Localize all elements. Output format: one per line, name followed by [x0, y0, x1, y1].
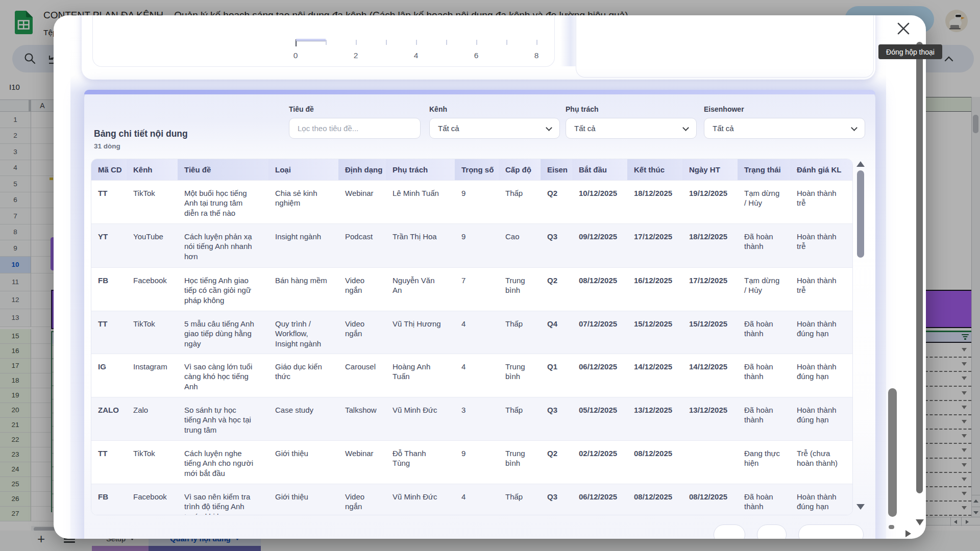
close-icon[interactable] — [897, 22, 910, 35]
table-cell: Q2 — [541, 267, 572, 311]
table-cell: Hoàn thành trễ — [790, 180, 852, 223]
column-header[interactable]: Cấp độ — [499, 159, 541, 180]
column-header[interactable]: Bắt đầu — [572, 159, 627, 180]
table-cell: Giới thiệu — [268, 440, 338, 484]
column-header[interactable]: Định dạng — [338, 159, 386, 180]
table-cell: Webinar — [338, 180, 386, 223]
table-cell: Trung bình — [499, 354, 541, 397]
table-row[interactable]: TTTikTokMột buổi học tiếng Anh tại trung… — [91, 180, 852, 223]
dialog: 02468 Bảng chi tiết nội dung 31 dòng Tiê… — [54, 15, 926, 539]
table-cell: 08/12/2025 — [572, 267, 627, 311]
table-scroll-up-icon[interactable] — [856, 161, 865, 167]
table-cell: TT — [91, 180, 127, 223]
screen: CONTENT PLAN ĐA KÊNH – Quản lý kế hoạch … — [0, 0, 980, 551]
table-cell: Giáo dục kiến thức — [268, 354, 338, 397]
dialog-vscrollbar-thumb[interactable] — [916, 42, 923, 493]
table-row[interactable]: FBFacebookVì sao nên kiểm tra trình độ t… — [91, 484, 852, 515]
filter-label: Eisenhower — [704, 105, 744, 113]
table-cell: Webinar — [338, 440, 386, 484]
inner-vscrollbar-thumb[interactable] — [888, 388, 897, 517]
table-cell: 08/12/2025 — [627, 484, 682, 515]
column-header[interactable]: Đánh giá KL — [790, 159, 852, 180]
table-cell: Quy trình / Workflow, Insight ngành — [268, 311, 338, 354]
table-cell: 05/12/2025 — [572, 397, 627, 440]
inner-hscrollbar-thumb[interactable] — [889, 525, 894, 529]
table-cell: TikTok — [127, 311, 178, 354]
table-row[interactable]: FBFacebookHọc tiếng Anh giao tiếp có cần… — [91, 267, 852, 311]
select-value: Tất cả — [574, 124, 596, 133]
table-cell — [682, 440, 738, 484]
table-row[interactable]: IGInstagramVì sao càng lớn tuổi càng khó… — [91, 354, 852, 397]
table-cell: 13/12/2025 — [682, 397, 738, 440]
table-cell: Video ngắn — [338, 311, 386, 354]
column-header[interactable]: Trọng số — [455, 159, 499, 180]
axis-tick-label: 0 — [285, 51, 306, 60]
chart-bar — [296, 39, 326, 41]
axis-tick — [476, 40, 477, 45]
column-header[interactable]: Tiêu đề — [178, 159, 268, 180]
axis-tick-label: 2 — [346, 51, 366, 60]
table-cell: Instagram — [127, 354, 178, 397]
table-cell: Video ngắn — [338, 484, 386, 515]
table-scrollbar-thumb[interactable] — [857, 170, 864, 258]
table-cell: 19/12/2025 — [682, 180, 738, 223]
table-cell: 07/12/2025 — [572, 311, 627, 354]
table-row[interactable]: TTTikTokCách luyện nghe tiếng Anh cho ng… — [91, 440, 852, 484]
table-cell: Thấp — [499, 484, 541, 515]
axis-tick — [326, 40, 327, 45]
column-header[interactable]: Mã CD — [91, 159, 127, 180]
pagination-button[interactable] — [798, 524, 864, 539]
table-cell: Q1 — [541, 354, 572, 397]
table-cell: Facebook — [127, 484, 178, 515]
table-cell: ZALO — [91, 397, 127, 440]
table-cell: Chia sẻ kinh nghiệm — [268, 180, 338, 223]
table-cell: Hoàn thành trễ — [790, 267, 852, 311]
pagination-button[interactable] — [757, 524, 787, 539]
table-cell: Đỗ Thanh Tùng — [386, 440, 455, 484]
filter-select[interactable]: Tất cả — [429, 118, 560, 139]
table-cell: IG — [91, 354, 127, 397]
dialog-scroll-right-icon[interactable] — [905, 530, 911, 537]
table-cell: TikTok — [127, 180, 178, 223]
table-cell: Thấp — [499, 311, 541, 354]
charts-row: 02468 — [82, 15, 875, 80]
table-cell: 17/12/2025 — [627, 223, 682, 267]
table-cell: Lê Minh Tuấn — [386, 180, 455, 223]
column-header[interactable]: Phụ trách — [386, 159, 455, 180]
close-tooltip: Đóng hộp thoại — [878, 44, 942, 59]
table-cell: 4 — [455, 354, 499, 397]
select-value: Tất cả — [713, 124, 734, 133]
table-cell: Trung bình — [499, 267, 541, 311]
table-cell: 15/12/2025 — [627, 311, 682, 354]
filter-title-input[interactable]: Lọc theo tiêu đề... — [289, 118, 421, 139]
table-scroll-down-icon[interactable] — [856, 504, 865, 510]
column-header[interactable]: Kênh — [127, 159, 178, 180]
table-cell: TT — [91, 311, 127, 354]
table-cell: 4 — [455, 311, 499, 354]
column-header[interactable]: Loại — [268, 159, 338, 180]
table-cell: 5 mẫu câu tiếng Anh giao tiếp dùng hằng … — [178, 311, 268, 354]
dialog-scroll-down-icon[interactable] — [916, 519, 924, 525]
table-cell: Nguyễn Văn An — [386, 267, 455, 311]
column-header[interactable]: Trạng thái — [738, 159, 790, 180]
column-header[interactable]: Eisen — [541, 159, 572, 180]
table-row[interactable]: YTYouTubeCách luyện phản xạ nói tiếng An… — [91, 223, 852, 267]
table-cell: Vũ Minh Đức — [386, 397, 455, 440]
table-cell: Q2 — [541, 440, 572, 484]
table-row[interactable]: TTTikTok5 mẫu câu tiếng Anh giao tiếp dù… — [91, 311, 852, 354]
pagination-button[interactable] — [714, 524, 745, 539]
table-cell: 06/12/2025 — [572, 354, 627, 397]
chevron-down-icon — [682, 124, 689, 131]
table-cell: Giới thiệu — [268, 484, 338, 515]
column-header[interactable]: Kết thúc — [627, 159, 682, 180]
table-cell: 17/12/2025 — [682, 267, 738, 311]
table-row[interactable]: ZALOZaloSo sánh tự học tiếng Anh và học … — [91, 397, 852, 440]
table-cell: Hoàn thành đúng hạn — [790, 397, 852, 440]
column-header[interactable]: Ngày HT — [682, 159, 738, 180]
filter-select[interactable]: Tất cả — [704, 118, 865, 139]
table-cell: 9 — [455, 180, 499, 223]
table-cell: Thấp — [499, 397, 541, 440]
table-cell: 14/12/2025 — [627, 354, 682, 397]
axis-tick-label: 6 — [466, 51, 486, 60]
filter-select[interactable]: Tất cả — [566, 118, 697, 139]
